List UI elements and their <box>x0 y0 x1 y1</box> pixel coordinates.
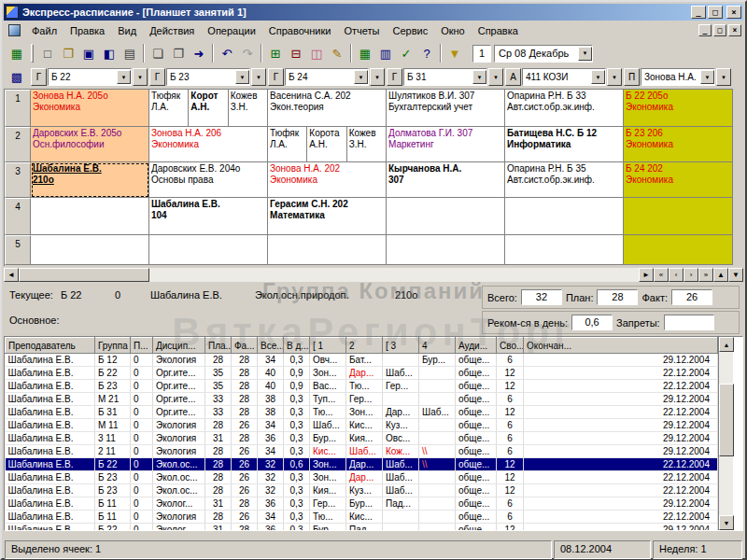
column-header[interactable]: [ 3 <box>383 338 419 354</box>
table-cell[interactable]: Шаб... <box>383 458 419 471</box>
table-cell[interactable]: Бур... <box>310 432 346 445</box>
table-cell[interactable]: 0 <box>131 380 153 393</box>
table-cell[interactable]: Эколог... <box>153 524 205 532</box>
table-cell[interactable]: 0 <box>131 497 153 511</box>
table-cell[interactable]: 0 <box>131 419 153 432</box>
table-cell[interactable]: Б 31 <box>95 406 131 419</box>
column-header[interactable]: 4 <box>419 338 456 354</box>
table-cell[interactable]: Пад... <box>346 524 383 532</box>
table-cell[interactable]: 26 <box>232 445 258 458</box>
column-header[interactable]: Дисцип... <box>153 338 205 354</box>
planner-cell[interactable]: Даровских Е.В. 204оОсновы права <box>149 162 268 198</box>
delete-button[interactable]: ⊟ <box>286 43 306 63</box>
table-cell[interactable]: Бур... <box>346 497 383 511</box>
table-cell[interactable]: 12 <box>497 380 524 393</box>
toolbar-gripper[interactable] <box>31 44 34 63</box>
copy-button[interactable]: ❏ <box>148 43 168 63</box>
table-cell[interactable]: 22.12.2004 <box>524 406 718 419</box>
table-cell[interactable] <box>419 511 456 524</box>
table-cell[interactable]: 12 <box>497 484 524 497</box>
table-cell[interactable]: 0 <box>131 445 153 458</box>
menu-item[interactable]: Правка <box>63 22 111 39</box>
scroll-right-icon[interactable]: ► <box>639 268 654 282</box>
table-cell[interactable] <box>419 367 456 380</box>
planner-cell[interactable]: Герасим С.Н. 202Математика <box>268 198 387 235</box>
table-cell[interactable]: 34 <box>258 354 284 367</box>
table-cell[interactable]: 32 <box>258 458 284 471</box>
column-type-button[interactable]: Г <box>31 68 47 86</box>
column-combo[interactable]: Б 24▼ <box>285 68 369 86</box>
table-cell[interactable]: 12 <box>497 471 524 484</box>
table-cell[interactable]: 6 <box>497 354 524 367</box>
table-cell[interactable]: Шаб... <box>383 367 419 380</box>
row-header[interactable]: 3 <box>5 162 31 198</box>
table-cell[interactable]: 0 <box>131 432 153 445</box>
table-cell[interactable]: Зон... <box>346 406 383 419</box>
child-close-button[interactable]: × <box>728 24 741 36</box>
table-cell[interactable]: Бур... <box>419 354 456 367</box>
column-header[interactable]: Окончан... <box>524 338 718 354</box>
table-cell[interactable]: Б 23 <box>95 380 131 393</box>
table-cell[interactable]: 0 <box>131 524 153 532</box>
table-cell[interactable]: Кис... <box>346 511 383 524</box>
table-cell[interactable]: 29.12.2004 <box>524 393 718 406</box>
timetable-button[interactable]: ▦ <box>7 43 27 63</box>
table-cell[interactable]: обще... <box>456 484 497 497</box>
table-cell[interactable]: Эколог... <box>153 497 205 511</box>
table-cell[interactable]: обще... <box>456 419 497 432</box>
table-cell[interactable]: Куз... <box>346 484 383 497</box>
table-row[interactable]: Шабалина Е.В.Б 310Орг.ите...3328380,3Тю.… <box>6 406 718 419</box>
chevron-down-icon[interactable]: ▼ <box>700 70 714 84</box>
table-cell[interactable]: 0,3 <box>284 354 310 367</box>
table-cell[interactable]: Шаб... <box>419 406 456 419</box>
print-button[interactable]: ▤ <box>120 43 140 63</box>
table-cell[interactable]: \\ <box>419 445 456 458</box>
table-cell[interactable]: Туп... <box>310 393 346 406</box>
column-header[interactable]: 2 <box>346 338 383 354</box>
table-cell[interactable]: 34 <box>258 511 284 524</box>
column-options-button[interactable]: ▼ <box>251 68 266 86</box>
chevron-down-icon[interactable]: ▼ <box>472 70 486 84</box>
planner-cell[interactable]: Шулятиков В.И. 307Бухгалтерский учет <box>387 90 505 127</box>
column-combo[interactable]: Б 23▼ <box>166 68 250 86</box>
planner-subcell[interactable]: ТюфякЛ.А. <box>149 90 189 126</box>
column-type-button[interactable]: Г <box>387 68 402 86</box>
planner-subcell[interactable]: КоротА.Н. <box>189 90 228 126</box>
erase-button[interactable]: ◫ <box>306 43 327 63</box>
table-cell[interactable] <box>419 497 456 511</box>
planner-cell[interactable] <box>149 235 268 265</box>
planner-cell[interactable]: Долматова Г.И. 307Маркетинг <box>387 127 505 162</box>
minimize-button[interactable]: _ <box>691 6 706 19</box>
table-cell[interactable]: 0,3 <box>284 419 310 432</box>
scroll-left-icon[interactable]: ◄ <box>4 268 19 282</box>
planner-cell[interactable]: Шабалина Е.В.104 <box>149 198 268 235</box>
table-cell[interactable]: Б 23 <box>95 471 131 484</box>
table-cell[interactable]: 6 <box>497 432 524 445</box>
table-cell[interactable]: 29.12.2004 <box>524 497 718 511</box>
table-cell[interactable]: Шаб... <box>383 471 419 484</box>
column-header[interactable]: Сво... <box>497 338 524 354</box>
table-cell[interactable]: 0 <box>131 367 153 380</box>
table-cell[interactable]: 34 <box>258 419 284 432</box>
table-cell[interactable] <box>419 419 456 432</box>
column-options-button[interactable]: ▼ <box>716 68 731 86</box>
scroll-down-icon[interactable]: ▼ <box>719 515 734 530</box>
table-cell[interactable]: Бур... <box>310 524 346 532</box>
table-cell[interactable]: Экол.ос... <box>153 458 205 471</box>
table-cell[interactable]: 28 <box>205 458 232 471</box>
table-cell[interactable]: 0 <box>131 511 153 524</box>
table-cell[interactable]: 0,3 <box>284 445 310 458</box>
table-cell[interactable]: Кис... <box>310 445 346 458</box>
table-cell[interactable]: 29.12.2004 <box>524 354 718 367</box>
help-button[interactable]: ? <box>416 43 437 63</box>
table-cell[interactable]: обще... <box>456 471 497 484</box>
table-cell[interactable] <box>419 393 456 406</box>
table-cell[interactable]: Шабалина Е.В. <box>6 484 95 497</box>
table-cell[interactable]: Бат... <box>346 354 383 367</box>
column-combo[interactable]: Б 31▼ <box>403 68 487 86</box>
table-cell[interactable]: Экология <box>153 419 205 432</box>
table-cell[interactable]: Куз... <box>383 419 419 432</box>
planner-cell[interactable]: Зонова Н.А. 202Экономика <box>268 162 387 198</box>
table-cell[interactable]: 26 <box>232 419 258 432</box>
table-cell[interactable]: Орг.ите... <box>153 406 205 419</box>
